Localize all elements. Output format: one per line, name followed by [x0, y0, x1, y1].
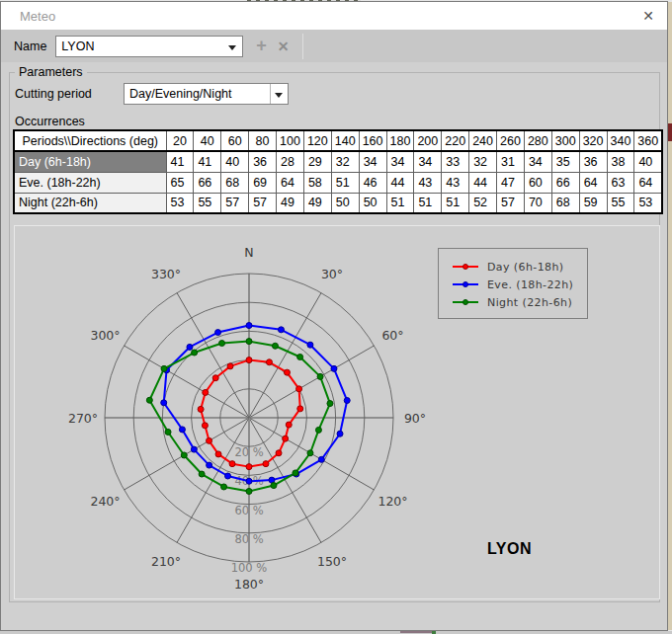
table-column-header[interactable]: 200 [414, 130, 442, 151]
table-cell[interactable]: 34 [414, 151, 442, 172]
table-cell[interactable]: 57 [221, 193, 249, 213]
series-marker [212, 375, 218, 381]
table-cell[interactable]: 53 [634, 193, 662, 213]
name-combobox[interactable]: LYON [55, 36, 243, 57]
table-cell[interactable]: 66 [194, 172, 221, 193]
table-cell[interactable]: 50 [331, 193, 359, 213]
table-cell[interactable]: 64 [579, 172, 607, 193]
table-cell[interactable]: 69 [249, 172, 277, 193]
table-cell[interactable]: 46 [359, 172, 386, 193]
table-cell[interactable]: 59 [579, 193, 607, 213]
table-cell[interactable]: 35 [551, 151, 579, 172]
table-cell[interactable]: 29 [303, 151, 331, 172]
table-column-header[interactable]: 60 [221, 130, 249, 151]
table-column-header[interactable]: 80 [249, 130, 277, 151]
table-cell[interactable]: 34 [524, 151, 551, 172]
table-cell[interactable]: 51 [414, 193, 442, 213]
table-cell[interactable]: 51 [442, 193, 469, 213]
table-column-header[interactable]: 160 [359, 130, 386, 151]
table-column-header[interactable]: 280 [524, 130, 551, 151]
table-column-header[interactable]: 100 [277, 130, 304, 151]
table-cell[interactable]: 36 [249, 151, 277, 172]
table-cell[interactable]: 41 [166, 151, 194, 172]
table-cell[interactable]: 49 [303, 193, 331, 213]
legend-item: Night (22h-6h) [453, 293, 587, 311]
table-cell[interactable]: 31 [497, 151, 525, 172]
table-cell[interactable]: 55 [194, 193, 221, 213]
table-column-header[interactable]: 260 [497, 130, 525, 151]
table-column-header[interactable]: 40 [194, 130, 221, 151]
table-cell[interactable]: 28 [277, 151, 304, 172]
table-row-header[interactable]: Eve. (18h-22h) [14, 172, 166, 193]
legend-label: Night (22h-6h) [487, 296, 572, 309]
table-cell[interactable]: 32 [331, 151, 359, 172]
series-marker [307, 450, 313, 456]
table-cell[interactable]: 44 [386, 172, 414, 193]
series-marker [293, 470, 298, 476]
table-column-header[interactable]: 220 [442, 130, 469, 151]
radial-tick-label: 80 % [234, 532, 263, 546]
table-row-header[interactable]: Day (6h-18h) [14, 151, 166, 172]
table-cell[interactable]: 57 [497, 193, 525, 213]
series-marker [271, 483, 277, 489]
table-cell[interactable]: 53 [166, 193, 194, 213]
table-cell[interactable]: 68 [551, 193, 579, 213]
table-column-header[interactable]: 240 [469, 130, 497, 151]
table-cell[interactable]: 60 [524, 172, 551, 193]
table-cell[interactable]: 57 [249, 193, 277, 213]
table-cell[interactable]: 50 [359, 193, 386, 213]
table-cell[interactable]: 43 [414, 172, 442, 193]
table-cell[interactable]: 66 [551, 172, 579, 193]
angle-label: 90° [404, 411, 426, 426]
table-cell[interactable]: 33 [442, 151, 469, 172]
add-button[interactable]: + [256, 36, 267, 56]
table-corner-header[interactable]: Periods\\Directions (deg) [14, 130, 166, 151]
table-row: Night (22h-6h)53555757494950505151515257… [14, 193, 662, 213]
table-column-header[interactable]: 180 [386, 130, 414, 151]
table-cell[interactable]: 63 [607, 172, 634, 193]
table-cell[interactable]: 44 [469, 172, 497, 193]
table-cell[interactable]: 43 [442, 172, 469, 193]
delete-button[interactable]: ✕ [278, 39, 290, 54]
table-cell[interactable]: 65 [166, 172, 194, 193]
table-column-header[interactable]: 300 [551, 130, 579, 151]
table-cell[interactable]: 68 [221, 172, 249, 193]
name-combobox-value: LYON [61, 40, 94, 53]
table-cell[interactable]: 40 [221, 151, 249, 172]
table-column-header[interactable]: 140 [331, 130, 359, 151]
series-marker [272, 343, 278, 349]
table-cell[interactable]: 64 [634, 172, 662, 193]
cutting-period-combobox[interactable]: Day/Evening/Night [124, 83, 289, 105]
series-marker [331, 365, 337, 371]
title-bar[interactable]: Meteo ✕ [1, 2, 667, 30]
table-cell[interactable]: 41 [194, 151, 221, 172]
table-cell[interactable]: 55 [607, 193, 634, 213]
table-cell[interactable]: 49 [277, 193, 304, 213]
table-column-header[interactable]: 120 [303, 130, 331, 151]
close-icon[interactable]: ✕ [640, 8, 656, 24]
table-cell[interactable]: 51 [386, 193, 414, 213]
occurrences-table-body: Day (6h-18h)4141403628293234343433323134… [14, 151, 662, 213]
table-cell[interactable]: 64 [277, 172, 304, 193]
chevron-down-icon[interactable] [228, 45, 236, 50]
dropdown-button[interactable] [270, 84, 288, 104]
table-cell[interactable]: 40 [634, 151, 662, 172]
series-marker [229, 461, 235, 467]
table-column-header[interactable]: 20 [166, 130, 194, 151]
table-cell[interactable]: 47 [497, 172, 525, 193]
table-row: Day (6h-18h)4141403628293234343433323134… [14, 151, 662, 172]
table-column-header[interactable]: 340 [607, 130, 634, 151]
table-cell[interactable]: 34 [386, 151, 414, 172]
table-column-header[interactable]: 360 [634, 130, 662, 151]
table-cell[interactable]: 36 [579, 151, 607, 172]
table-cell[interactable]: 70 [524, 193, 551, 213]
table-cell[interactable]: 38 [607, 151, 634, 172]
table-cell[interactable]: 52 [469, 193, 497, 213]
table-column-header[interactable]: 320 [579, 130, 607, 151]
table-cell[interactable]: 58 [303, 172, 331, 193]
table-cell[interactable]: 32 [469, 151, 497, 172]
table-row-header[interactable]: Night (22h-6h) [14, 193, 166, 213]
table-cell[interactable]: 34 [359, 151, 386, 172]
angle-label: 120° [378, 494, 407, 509]
table-cell[interactable]: 51 [331, 172, 359, 193]
